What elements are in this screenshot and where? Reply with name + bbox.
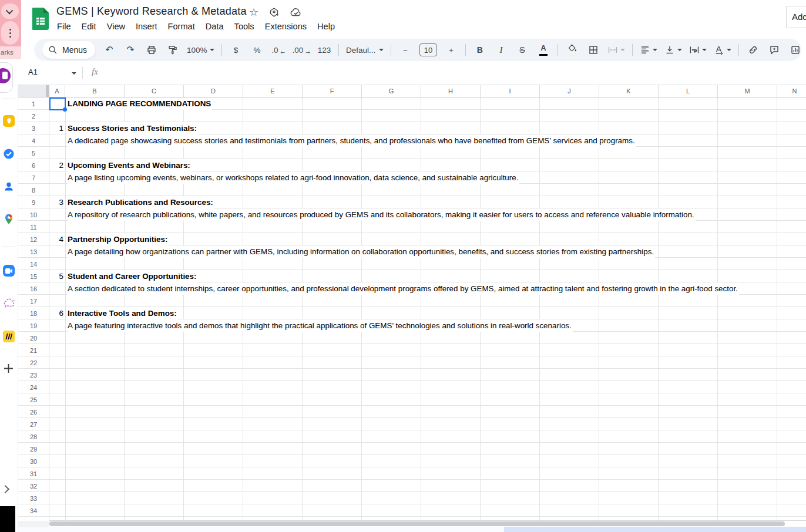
column-header-F[interactable]: F [303,85,362,97]
horizontal-align-button[interactable] [640,42,657,58]
row-header-17[interactable]: 17 [18,295,49,307]
add-button-fragment[interactable]: Add [786,6,806,28]
badge-plus-icon[interactable] [268,7,280,18]
contacts-icon[interactable] [3,181,15,193]
row-header-24[interactable]: 24 [18,381,49,393]
strikethrough-button[interactable]: S [515,42,529,58]
row-header-16[interactable]: 16 [18,282,49,295]
row-header-27[interactable]: 27 [18,418,49,430]
menu-data[interactable]: Data [200,21,229,32]
insert-chart-button[interactable] [788,42,802,58]
menus-search-button[interactable]: Menus [42,41,95,59]
fill-color-button[interactable] [565,42,579,58]
overflow-menu-button[interactable] [1,21,19,45]
row-header-15[interactable]: 15 [18,270,49,282]
column-header-E[interactable]: E [243,85,303,97]
text-color-button[interactable]: A [536,42,550,58]
menu-file[interactable]: File [52,21,76,32]
column-header-I[interactable]: I [481,85,540,97]
print-button[interactable] [145,42,159,58]
menu-edit[interactable]: Edit [76,21,102,32]
row-header-12[interactable]: 12 [18,233,49,245]
increase-font-size-button[interactable]: + [444,42,458,58]
decrease-font-size-button[interactable]: − [398,42,412,58]
column-header-L[interactable]: L [659,85,718,97]
row-header-26[interactable]: 26 [18,406,49,418]
menu-help[interactable]: Help [312,21,340,32]
format-percent-button[interactable]: % [250,42,264,58]
column-header-G[interactable]: G [362,85,421,97]
row-header-32[interactable]: 32 [18,480,49,492]
row-header-23[interactable]: 23 [18,369,49,381]
column-header-M[interactable]: M [718,85,777,97]
font-select[interactable]: Defaul... [346,42,384,58]
row-header-2[interactable]: 2 [18,110,49,122]
row-header-31[interactable]: 31 [18,467,49,480]
row-header-7[interactable]: 7 [18,171,49,184]
maps-icon[interactable] [3,213,15,225]
borders-button[interactable] [586,42,600,58]
undo-button[interactable]: ↶ [102,42,116,58]
miro-icon[interactable] [3,331,15,342]
horizontal-scrollbar[interactable] [49,521,785,526]
text-rotation-button[interactable] [714,42,731,58]
menu-view[interactable]: View [102,21,130,32]
menu-insert[interactable]: Insert [130,21,163,32]
text-wrap-button[interactable] [689,42,707,58]
decrease-decimal-button[interactable]: .0← [271,42,286,58]
format-currency-button[interactable]: $ [229,42,243,58]
column-header-B[interactable]: B [65,85,125,97]
column-header-J[interactable]: J [540,85,599,97]
cloud-status-icon[interactable] [290,7,303,18]
row-header-8[interactable]: 8 [18,184,49,196]
row-header-30[interactable]: 30 [18,455,49,467]
star-icon[interactable]: ☆ [249,7,258,18]
select-all-corner[interactable] [18,85,49,97]
row-header-25[interactable]: 25 [18,393,49,406]
name-box-caret-icon[interactable] [72,72,76,75]
row-header-1[interactable]: 1 [18,97,49,110]
row-header-4[interactable]: 4 [18,134,49,147]
row-header-18[interactable]: 18 [18,307,49,319]
sheets-logo-icon[interactable] [32,8,49,30]
tasks-icon[interactable] [3,148,15,160]
row-header-19[interactable]: 19 [18,319,49,332]
insert-link-button[interactable] [746,42,760,58]
column-header-N[interactable]: N [777,85,806,97]
expand-panel-chevron-icon[interactable] [1,485,9,493]
row-header-34[interactable]: 34 [18,504,49,517]
document-title[interactable]: GEMS | Keyword Research & Metadata [56,5,247,18]
row-header-6[interactable]: 6 [18,159,49,171]
menu-format[interactable]: Format [163,21,200,32]
keep-icon[interactable] [3,115,15,127]
insert-comment-button[interactable] [767,42,781,58]
row-header-5[interactable]: 5 [18,147,49,159]
more-formats-button[interactable]: 123 [317,42,331,58]
row-header-28[interactable]: 28 [18,430,49,443]
column-header-K[interactable]: K [599,85,659,97]
column-header-C[interactable]: C [125,85,184,97]
column-header-H[interactable]: H [421,85,481,97]
menu-tools[interactable]: Tools [229,21,260,32]
bold-button[interactable]: B [473,42,487,58]
row-header-3[interactable]: 3 [18,122,49,134]
row-header-13[interactable]: 13 [18,245,49,258]
font-size-input[interactable]: 10 [419,43,437,56]
row-header-29[interactable]: 29 [18,443,49,455]
increase-decimal-button[interactable]: .00→ [293,42,310,58]
row-header-10[interactable]: 10 [18,208,49,221]
column-header-A[interactable]: A [49,85,65,97]
row-header-33[interactable]: 33 [18,492,49,504]
row-header-14[interactable]: 14 [18,258,49,270]
redo-button[interactable]: ↷ [123,42,137,58]
row-header-20[interactable]: 20 [18,332,49,344]
italic-button[interactable]: I [494,42,508,58]
column-header-D[interactable]: D [184,85,243,97]
row-header-11[interactable]: 11 [18,221,49,233]
collapse-button[interactable] [1,4,19,19]
zoom-select[interactable]: 100% [187,42,214,58]
vertical-align-button[interactable] [664,42,682,58]
sketch-cloud-icon[interactable] [3,298,15,309]
row-header-21[interactable]: 21 [18,344,49,356]
fill-handle[interactable] [63,107,67,112]
